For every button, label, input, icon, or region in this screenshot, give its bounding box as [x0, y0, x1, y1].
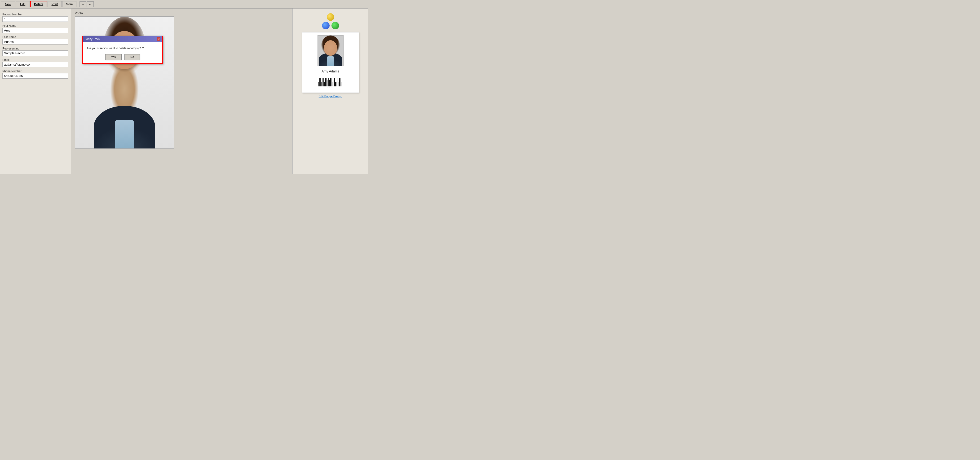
dialog-close-button[interactable]: ✕: [157, 37, 161, 41]
phone-value[interactable]: 555.812.4355: [2, 73, 68, 78]
bar-14: [332, 81, 332, 86]
badge-card: Amy Adams: [302, 32, 359, 93]
phone-field: Phone Number 555.812.4355: [2, 68, 68, 78]
center-panel: Photo Lobby Track ✕: [71, 8, 293, 174]
bar-6: [323, 78, 324, 86]
right-panel: Amy Adams: [293, 8, 368, 174]
last-name-label: Last Name: [2, 35, 68, 39]
print-button[interactable]: Print: [48, 1, 62, 7]
edit-badge-design-link[interactable]: Edit Badge Design: [319, 95, 342, 98]
dialog-buttons: Yes No: [87, 54, 159, 60]
badge-photo-shirt: [327, 56, 334, 66]
bar-22: [339, 78, 340, 86]
edit-button[interactable]: Edit: [16, 1, 30, 7]
nav-prev-button[interactable]: ←: [87, 2, 94, 7]
nav-first-icon: ⊨: [82, 3, 84, 6]
dialog-yes-button[interactable]: Yes: [105, 54, 122, 60]
dialog-no-button[interactable]: No: [124, 54, 140, 60]
badge-dots: [322, 12, 339, 29]
email-field: Email aadams@acme.com: [2, 57, 68, 67]
first-name-label: First Name: [2, 24, 68, 27]
delete-button-label: Delete: [34, 2, 43, 6]
bar-9: [327, 80, 328, 86]
bar-21: [339, 81, 339, 86]
toolbar: New Edit Delete Print More ⊨ ←: [0, 0, 368, 8]
green-dot: [331, 22, 339, 29]
bar-17: [334, 78, 335, 86]
dialog-message: Are you sure you want to delete record(s…: [87, 46, 159, 50]
bar-15: [332, 78, 333, 86]
badge-photo-face: [324, 40, 337, 56]
bar-16: [334, 80, 334, 86]
dialog-titlebar: Lobby Track ✕: [83, 36, 162, 42]
email-value[interactable]: aadams@acme.com: [2, 62, 68, 67]
badge-name: Amy Adams: [321, 69, 339, 73]
left-panel: Record Number 1 First Name Amy Last Name…: [0, 8, 71, 174]
first-name-value[interactable]: Amy: [2, 28, 68, 33]
first-name-field: First Name Amy: [2, 23, 68, 33]
print-button-label: Print: [52, 2, 58, 6]
new-button-label: New: [5, 2, 11, 6]
representing-value[interactable]: Sample Record: [2, 50, 68, 56]
bar-5: [323, 80, 323, 86]
badge-photo: [318, 35, 344, 66]
last-name-value[interactable]: Adams: [2, 39, 68, 45]
delete-button[interactable]: Delete: [30, 1, 47, 7]
photo-box: Lobby Track ✕ Are you sure you want to d…: [75, 16, 174, 149]
edit-button-label: Edit: [20, 2, 25, 6]
dialog-box: Lobby Track ✕ Are you sure you want to d…: [82, 36, 163, 64]
dialog-title: Lobby Track: [85, 37, 100, 41]
dialog-overlay: Lobby Track ✕ Are you sure you want to d…: [75, 17, 173, 149]
barcode: *1*: [318, 78, 342, 90]
blue-dot: [322, 22, 329, 29]
representing-label: Representing: [2, 47, 68, 50]
record-number-value[interactable]: 1: [2, 16, 68, 22]
bar-7: [325, 81, 325, 86]
bar-23: [341, 81, 341, 86]
representing-field: Representing Sample Record: [2, 45, 68, 56]
dot-row-bottom: [322, 22, 339, 29]
gold-dot: [327, 13, 334, 21]
email-label: Email: [2, 58, 68, 62]
bar-12: [329, 80, 330, 86]
bar-10: [328, 81, 328, 86]
bar-1: [318, 81, 319, 86]
bar-4: [322, 78, 323, 86]
bar-11: [328, 78, 329, 86]
barcode-text: *1*: [328, 87, 333, 90]
new-button[interactable]: New: [1, 1, 15, 7]
more-button-label: More: [66, 2, 73, 6]
bar-3: [321, 81, 321, 86]
bar-18: [335, 81, 336, 86]
phone-label: Phone Number: [2, 70, 68, 73]
more-button[interactable]: More: [62, 1, 76, 7]
bar-24: [342, 78, 342, 86]
dialog-body: Are you sure you want to delete record(s…: [83, 42, 162, 63]
bar-2: [320, 78, 321, 86]
nav-prev-icon: ←: [89, 3, 92, 6]
bar-19: [337, 78, 337, 86]
bar-13: [330, 78, 331, 86]
last-name-field: Last Name Adams: [2, 34, 68, 45]
bar-20: [337, 80, 338, 86]
dot-row-top: [327, 13, 334, 21]
main-layout: Record Number 1 First Name Amy Last Name…: [0, 8, 368, 174]
record-number-label: Record Number: [2, 13, 68, 16]
record-number-field: Record Number 1: [2, 11, 68, 22]
nav-first-button[interactable]: ⊨: [80, 2, 86, 7]
bar-8: [325, 78, 326, 86]
barcode-bars: [318, 78, 342, 86]
photo-label: Photo: [75, 11, 289, 15]
